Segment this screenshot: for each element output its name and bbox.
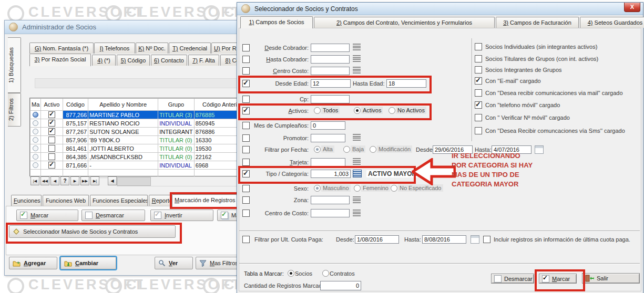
sexo-masculino-radio[interactable]: [314, 185, 321, 192]
search-input[interactable]: [35, 78, 241, 88]
tab-por-razon-social[interactable]: 3) Por Razón Social: [29, 54, 91, 66]
socios-integrantes-checkbox[interactable]: [475, 66, 482, 74]
tarjeta-lookup-icon[interactable]: [353, 158, 361, 165]
socios-titulares-checkbox[interactable]: [475, 55, 482, 62]
window-titlebar[interactable]: Administrador de Socios: [5, 20, 242, 34]
cp-input[interactable]: [311, 95, 350, 103]
salir-button[interactable]: Salir: [582, 273, 640, 284]
nav-first-button[interactable]: |◀: [30, 176, 39, 185]
nav-prev-button[interactable]: ◀: [50, 176, 59, 185]
centro-de-costo-input[interactable]: [311, 209, 350, 217]
activo-checkbox[interactable]: [48, 120, 55, 127]
tab-f-alta[interactable]: 7) F. Alta: [188, 55, 219, 66]
dialog-desmarcar-button[interactable]: Desmarcar: [491, 274, 534, 284]
activos-todos-radio[interactable]: [314, 107, 321, 114]
incluir-sin-info-checkbox[interactable]: [483, 236, 490, 243]
tab-funciones[interactable]: Funciones: [11, 195, 42, 206]
cambiar-button[interactable]: Cambiar: [60, 257, 116, 269]
mes-cumple-input[interactable]: [311, 121, 345, 130]
tab-funciones-especiales[interactable]: Funciones Especiales: [90, 195, 148, 206]
tipo-categoria-input[interactable]: [311, 170, 351, 178]
agregar-button[interactable]: + Agregar: [9, 257, 57, 269]
nav-next-button[interactable]: ▶: [70, 176, 79, 185]
seleccionador-masivo-button[interactable]: Seleccionador Masivo de Socios y Contrat…: [9, 225, 176, 238]
tab-campos-de-facturacion[interactable]: 3) Campos de Facturación: [496, 17, 579, 28]
tab-seteos-guardados[interactable]: 4) Seteos Guardados: [580, 17, 644, 28]
calendar-icon[interactable]: [471, 235, 479, 244]
activo-checkbox[interactable]: [48, 145, 55, 152]
centro-de-costo-lookup-icon[interactable]: [353, 210, 361, 216]
cuota-desde-input[interactable]: [355, 235, 399, 244]
row-marker-icon[interactable]: [33, 112, 38, 118]
tab-credencial[interactable]: T) Credencial: [169, 43, 211, 54]
activo-checkbox[interactable]: [48, 128, 55, 135]
tab-marcacion-de-registros[interactable]: Marcación de Registros: [172, 194, 237, 207]
comunicaciones-mail-checkbox[interactable]: [475, 89, 482, 97]
activo-checkbox[interactable]: [48, 153, 55, 160]
close-button[interactable]: X: [624, 3, 640, 12]
comunicaciones-sms-checkbox[interactable]: [475, 127, 482, 134]
desde-cobrador-input[interactable]: [311, 44, 350, 52]
cantidad-marcados-input[interactable]: [320, 281, 361, 290]
t abla-contratos-radio[interactable]: [322, 270, 329, 277]
sexo-femenino-label[interactable]: Femenino: [361, 184, 390, 192]
tab-funciones-web[interactable]: Funciones Web: [43, 195, 89, 206]
row-marker-icon[interactable]: [33, 129, 38, 134]
desde-edad-input[interactable]: [311, 79, 351, 88]
side-tab-filtros[interactable]: 2) Filtros: [8, 93, 21, 127]
nav-fast-next-button[interactable]: ▶▶: [80, 176, 89, 185]
activos-activos-radio[interactable]: [354, 107, 361, 114]
ver-button[interactable]: Ver: [155, 257, 193, 269]
tab-campos-del-contrato[interactable]: 2) Campos del Contrato, Vencimientos y F…: [314, 17, 495, 28]
tab-telefonos[interactable]: I) Telefonos: [94, 43, 135, 54]
hasta-cobrador-input[interactable]: [311, 55, 350, 64]
promotor-input[interactable]: [311, 134, 345, 142]
telefono-movil-checkbox[interactable]: [475, 101, 482, 109]
table-row[interactable]: 861,461 ,IOTTI ALBERTO TITULAR (0) 19530: [30, 144, 251, 153]
activo-checkbox[interactable]: [48, 137, 55, 143]
con-email-checkbox[interactable]: [475, 77, 482, 85]
nav-fast-prev-button[interactable]: ◀◀: [40, 176, 49, 185]
tab-4[interactable]: 4) (*): [92, 55, 116, 66]
verificar-movil-checkbox[interactable]: [475, 114, 482, 121]
tipo-categoria-lookup-icon[interactable]: [353, 170, 362, 177]
table-row[interactable]: 857,906 '89 Y8OK.O TITULAR (0) 16330: [30, 136, 251, 144]
table-row[interactable]: 875,157 RESTIANO ROCIO INDIVIDUAL 850945: [30, 119, 251, 128]
row-marker-icon[interactable]: [33, 154, 38, 160]
desde-cobrador-lookup-icon[interactable]: [353, 44, 361, 50]
table-row[interactable]: 877,266 MARTINEZ PABLO TITULAR (3) 87688…: [30, 111, 251, 119]
desmarcar-button[interactable]: Desmarcar: [81, 210, 145, 221]
fecha-baja-radio[interactable]: [343, 146, 350, 153]
zona-input[interactable]: [311, 196, 350, 204]
tabla-socios-label[interactable]: Socios: [295, 270, 312, 277]
activo-checkbox[interactable]: [48, 162, 55, 169]
hasta-edad-input[interactable]: [386, 79, 426, 88]
fecha-modificacion-label[interactable]: Modificación: [377, 145, 412, 153]
cuota-hasta-input[interactable]: [422, 235, 466, 244]
cuota-paga-checkbox[interactable]: [242, 236, 250, 243]
centro-costo-input[interactable]: [311, 67, 350, 75]
table-row[interactable]: 864,385 ,MSADNBCFLKSBD TITULAR (0) 22162: [30, 153, 251, 161]
fecha-baja-label[interactable]: Baja: [351, 145, 365, 153]
socios-grid[interactable]: Ma Activo Código Apellido y Nombre Grupo…: [29, 98, 251, 176]
promotor-lookup-icon[interactable]: [353, 134, 361, 141]
nav-search-button[interactable]: ?: [60, 176, 69, 185]
sexo-masculino-label[interactable]: Masculino: [321, 184, 351, 192]
fecha-modificacion-radio[interactable]: [370, 146, 376, 153]
fecha-alta-radio[interactable]: [314, 146, 321, 153]
hscroll-left-button[interactable]: ◀: [108, 176, 117, 185]
tab-contacto[interactable]: 6) Contacto: [151, 55, 187, 66]
fecha-alta-label[interactable]: Alta: [321, 145, 334, 153]
sexo-noespecificado-label[interactable]: No Especificado: [398, 184, 443, 192]
activo-checkbox[interactable]: [48, 111, 55, 118]
marcar-button[interactable]: Marcar: [16, 210, 78, 221]
nav-last-button[interactable]: ▶|: [90, 176, 99, 185]
side-tab-busquedas[interactable]: 1) Búsquedas: [8, 37, 21, 93]
row-marker-icon[interactable]: [33, 120, 38, 126]
row-marker-icon[interactable]: [33, 162, 38, 168]
table-row[interactable]: 871,666 - INDIVIDUAL 6968: [30, 161, 251, 170]
hasta-cobrador-lookup-icon[interactable]: [353, 55, 361, 62]
zona-lookup-icon[interactable]: [353, 196, 361, 203]
sexo-noespecificado-radio[interactable]: [391, 185, 397, 192]
row-marker-icon[interactable]: [33, 145, 38, 151]
